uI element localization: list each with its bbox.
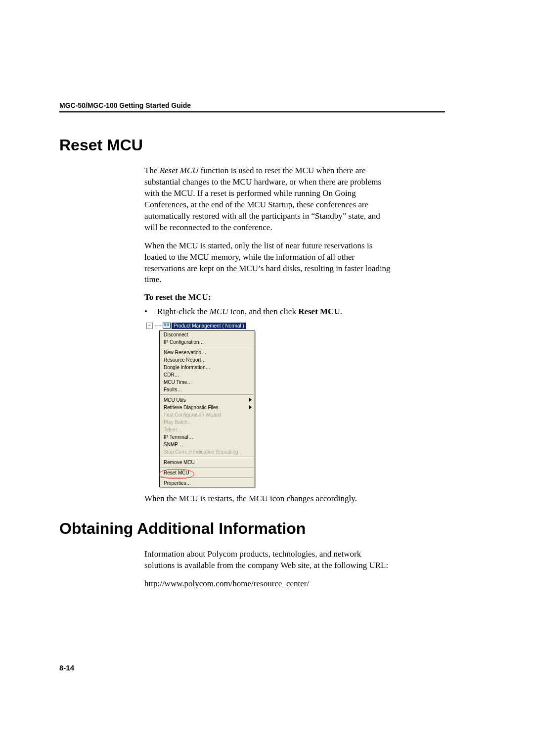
page-content: MGC-50/MGC-100 Getting Started Guide Res… (59, 101, 445, 597)
context-menu-screenshot: − Product Management ( Normal ) Disconne… (146, 322, 241, 487)
header-rule (59, 111, 445, 112)
menu-item-dongle-information: Dongle Information… (160, 364, 255, 371)
reset-mcu-paragraph-2: When the MCU is started, only the list o… (144, 240, 392, 286)
procedure-heading: To reset the MCU: (144, 292, 392, 302)
tree-connector-icon (155, 326, 162, 326)
text-bold: Reset MCU (298, 307, 340, 316)
procedure-step: • Right-click the MCU icon, and then cli… (144, 306, 392, 318)
body-column-2: Information about Polycom products, tech… (144, 549, 392, 590)
menu-item-fast-config-wizard: Fast Configuration Wizard (160, 411, 255, 419)
menu-item-play-batch: Play Batch… (160, 419, 255, 426)
text-italic: MCU (210, 307, 228, 316)
context-menu: Disconnect IP Configuration… New Reserva… (159, 331, 255, 487)
text: function is used to reset the MCU when t… (144, 166, 381, 232)
text-italic: Reset MCU (160, 166, 199, 175)
menu-item-ip-terminal: IP Terminal… (160, 433, 255, 441)
menu-separator (160, 457, 254, 458)
menu-item-properties: Properties… (160, 479, 255, 487)
menu-item-label: MCU Utils (164, 397, 186, 403)
text: The (144, 166, 160, 175)
menu-item-stop-indication: Stop Current Indication Repeating (160, 448, 255, 456)
mcu-icon (163, 322, 171, 329)
obtaining-info-url: http://www.polycom.com/home/resource_cen… (144, 578, 392, 590)
text: icon, and then click (228, 307, 299, 316)
menu-item-mcu-utils: MCU Utils (160, 396, 255, 404)
menu-separator (160, 467, 254, 468)
tree-node: − Product Management ( Normal ) (146, 322, 241, 330)
menu-item-label: Retrieve Diagnostic Files (164, 405, 219, 410)
menu-item-new-reservation: New Reservation… (160, 349, 255, 356)
text: . (340, 307, 342, 316)
screenshot-caption: When the MCU is restarts, the MCU icon c… (144, 493, 392, 505)
menu-item-retrieve-diagnostic: Retrieve Diagnostic Files (160, 404, 255, 411)
running-header: MGC-50/MGC-100 Getting Started Guide (59, 101, 445, 109)
menu-item-cdr: CDR… (160, 371, 255, 378)
menu-item-remove-mcu: Remove MCU (160, 459, 255, 466)
menu-item-resource-report: Resource Report… (160, 356, 255, 364)
reset-mcu-paragraph-1: The Reset MCU function is used to reset … (144, 165, 392, 234)
menu-separator (160, 394, 254, 395)
menu-item-telnet: Telnet… (160, 426, 255, 433)
procedure-step-text: Right-click the MCU icon, and then click… (157, 306, 342, 318)
tree-node-label: Product Management ( Normal ) (172, 323, 246, 329)
bullet-icon: • (144, 306, 157, 318)
menu-item-faults: Faults… (160, 386, 255, 393)
page-number: 8-14 (59, 663, 74, 672)
body-column-1: The Reset MCU function is used to reset … (144, 165, 392, 505)
obtaining-info-paragraph-1: Information about Polycom products, tech… (144, 549, 392, 571)
menu-separator (160, 347, 254, 348)
tree-collapse-icon: − (146, 323, 153, 329)
menu-separator (160, 477, 254, 478)
menu-item-ip-configuration: IP Configuration… (160, 338, 255, 346)
submenu-arrow-icon (249, 405, 252, 409)
menu-item-disconnect: Disconnect (160, 331, 255, 338)
submenu-arrow-icon (249, 398, 252, 402)
menu-item-reset-mcu: Reset MCU (160, 469, 255, 476)
menu-item-snmp: SNMP… (160, 441, 255, 448)
heading-obtaining-info: Obtaining Additional Information (59, 520, 445, 538)
heading-reset-mcu: Reset MCU (59, 136, 445, 154)
text: Right-click the (157, 307, 210, 316)
menu-item-mcu-time: MCU Time… (160, 378, 255, 386)
